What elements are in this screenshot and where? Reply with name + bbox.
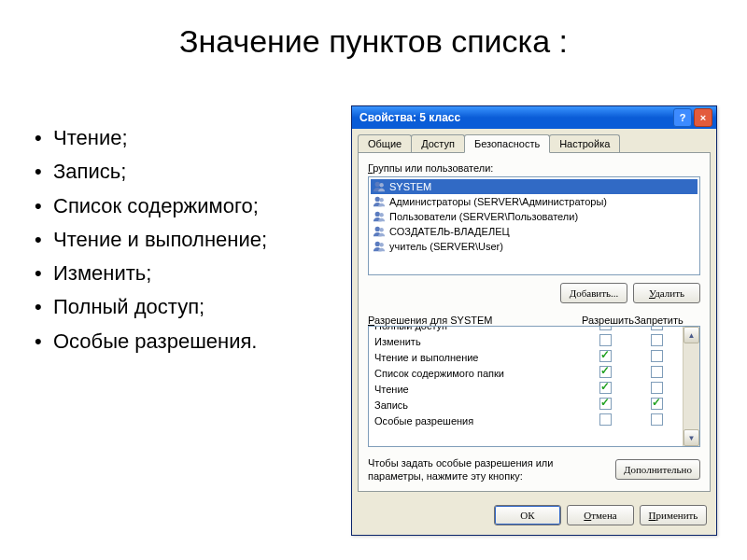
permissions-header: Разрешения для SYSTEM Разрешить Запретит… bbox=[368, 315, 700, 326]
group-icon bbox=[373, 195, 386, 208]
deny-checkbox[interactable] bbox=[651, 413, 663, 426]
groups-label: Группы или пользователи: bbox=[368, 162, 700, 174]
group-name: Администраторы (SERVER\Администраторы) bbox=[389, 196, 607, 207]
svg-point-4 bbox=[375, 212, 380, 217]
group-name: Пользователи (SERVER\Пользователи) bbox=[389, 211, 578, 222]
svg-point-0 bbox=[375, 182, 380, 187]
scroll-up-button[interactable]: ▲ bbox=[684, 327, 699, 343]
security-tab-panel: Группы или пользователи: SYSTEMАдминистр… bbox=[358, 152, 711, 492]
allow-checkbox[interactable] bbox=[599, 327, 612, 330]
group-name: SYSTEM bbox=[389, 181, 431, 192]
allow-checkbox[interactable] bbox=[599, 413, 612, 426]
advanced-hint-text: Чтобы задать особые разрешения или парам… bbox=[368, 456, 610, 483]
bullet-item: Полный доступ; bbox=[33, 290, 331, 324]
group-row[interactable]: SYSTEM bbox=[371, 179, 698, 194]
permission-row: Полный доступ bbox=[369, 327, 683, 333]
bullet-item: Запись; bbox=[33, 155, 331, 189]
bullet-item: Изменить; bbox=[33, 257, 331, 290]
close-button[interactable]: × bbox=[694, 108, 712, 127]
allow-checkbox[interactable] bbox=[599, 334, 612, 346]
allow-column-header: Разрешить bbox=[582, 315, 633, 326]
group-name: учитель (SERVER\User) bbox=[389, 241, 503, 252]
group-row[interactable]: учитель (SERVER\User) bbox=[371, 239, 698, 254]
permission-row: Список содержимого папки bbox=[369, 365, 683, 381]
permission-row: Чтение bbox=[369, 381, 683, 397]
deny-checkbox[interactable] bbox=[651, 382, 663, 394]
deny-checkbox[interactable] bbox=[651, 327, 663, 330]
group-row[interactable]: Администраторы (SERVER\Администраторы) bbox=[371, 194, 698, 209]
svg-point-7 bbox=[379, 228, 383, 231]
scrollbar[interactable]: ▲ ▼ bbox=[683, 327, 699, 446]
svg-point-5 bbox=[379, 213, 383, 217]
bullet-list: Чтение;Запись;Список содержимого;Чтение … bbox=[33, 121, 331, 358]
permission-row: Чтение и выполнение bbox=[369, 349, 683, 365]
titlebar[interactable]: Свойства: 5 класс ? × bbox=[352, 106, 716, 129]
dialog-button-bar: ОК Отмена Применить bbox=[352, 497, 716, 535]
allow-checkbox[interactable] bbox=[599, 366, 612, 378]
deny-checkbox[interactable] bbox=[651, 350, 663, 362]
group-icon bbox=[373, 225, 386, 238]
bullet-item: Список содержимого; bbox=[33, 189, 331, 223]
permission-row: Особые разрешения bbox=[369, 413, 683, 428]
cancel-button[interactable]: Отмена bbox=[567, 505, 634, 525]
advanced-button[interactable]: Дополнительно bbox=[615, 459, 700, 480]
bullet-item: Особые разрешения. bbox=[33, 325, 331, 358]
bullet-item: Чтение и выполнение; bbox=[33, 223, 331, 257]
svg-point-6 bbox=[375, 227, 380, 231]
allow-checkbox[interactable] bbox=[599, 350, 612, 362]
permission-name: Особые разрешения bbox=[374, 415, 580, 427]
tab-общие[interactable]: Общие bbox=[358, 134, 412, 152]
groups-listbox[interactable]: SYSTEMАдминистраторы (SERVER\Администрат… bbox=[368, 176, 700, 275]
group-row[interactable]: Пользователи (SERVER\Пользователи) bbox=[371, 209, 698, 224]
permission-row: Запись bbox=[369, 397, 683, 413]
svg-point-8 bbox=[375, 242, 380, 246]
permission-name: Полный доступ bbox=[374, 327, 580, 331]
svg-point-3 bbox=[379, 198, 383, 202]
svg-point-2 bbox=[375, 197, 380, 202]
tab-безопасность[interactable]: Безопасность bbox=[464, 134, 550, 153]
permission-name: Чтение bbox=[374, 384, 580, 395]
permissions-listbox: Полный доступИзменитьЧтение и выполнение… bbox=[368, 326, 700, 447]
permission-name: Чтение и выполнение bbox=[374, 352, 580, 363]
deny-checkbox[interactable] bbox=[651, 366, 663, 378]
group-icon bbox=[373, 180, 386, 193]
add-button[interactable]: Добавить... bbox=[560, 283, 627, 303]
tab-настройка[interactable]: Настройка bbox=[549, 134, 620, 152]
permission-name: Запись bbox=[374, 399, 580, 411]
permission-row: Изменить bbox=[369, 333, 683, 349]
deny-checkbox[interactable] bbox=[651, 398, 663, 410]
tab-доступ[interactable]: Доступ bbox=[411, 134, 465, 152]
group-icon bbox=[373, 240, 386, 253]
permission-name: Список содержимого папки bbox=[374, 368, 580, 379]
group-icon bbox=[373, 210, 386, 223]
properties-dialog: Свойства: 5 класс ? × ОбщиеДоступБезопас… bbox=[351, 105, 717, 536]
allow-checkbox[interactable] bbox=[599, 398, 612, 410]
slide-title: Значение пунктов списка : bbox=[0, 23, 747, 60]
apply-button[interactable]: Применить bbox=[640, 505, 707, 525]
svg-point-1 bbox=[379, 183, 383, 187]
help-button[interactable]: ? bbox=[673, 108, 692, 127]
titlebar-title: Свойства: 5 класс bbox=[359, 111, 673, 124]
group-name: СОЗДАТЕЛЬ-ВЛАДЕЛЕЦ bbox=[389, 226, 510, 237]
scroll-down-button[interactable]: ▼ bbox=[684, 429, 699, 446]
deny-column-header: Запретить bbox=[633, 315, 684, 326]
tabstrip: ОбщиеДоступБезопасностьНастройка bbox=[352, 129, 716, 152]
ok-button[interactable]: ОК bbox=[494, 505, 561, 525]
svg-point-9 bbox=[379, 243, 383, 246]
deny-checkbox[interactable] bbox=[651, 334, 663, 346]
permission-name: Изменить bbox=[374, 336, 580, 347]
bullet-item: Чтение; bbox=[33, 121, 331, 155]
allow-checkbox[interactable] bbox=[599, 382, 612, 394]
group-row[interactable]: СОЗДАТЕЛЬ-ВЛАДЕЛЕЦ bbox=[371, 224, 698, 239]
remove-button[interactable]: Удалить bbox=[633, 283, 700, 303]
